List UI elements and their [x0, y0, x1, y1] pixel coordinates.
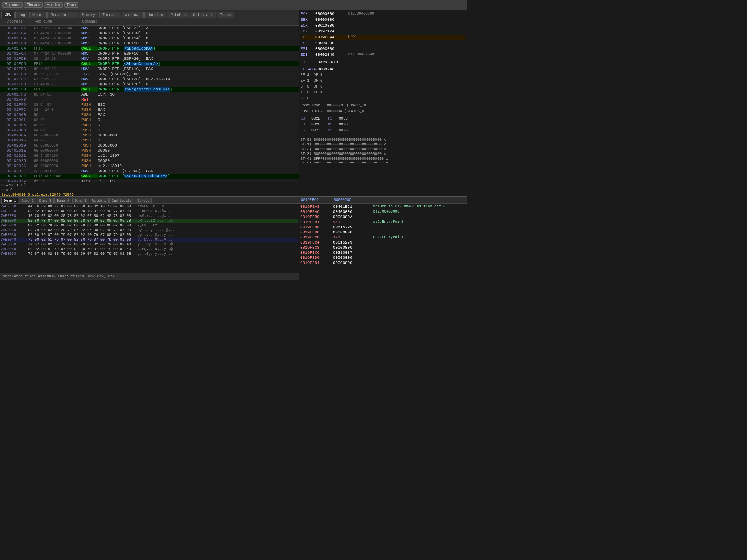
disasm-header: Address Hex dump Command [0, 18, 299, 26]
disasm-row[interactable]: 0040200056PUSHEAX [0, 112, 299, 117]
disasm-address: 00401FB4 [7, 31, 34, 35]
dump-tab-2[interactable]: Dump 2 [19, 198, 36, 203]
disasm-bytes: FF15 [34, 62, 81, 66]
disasm-operands: DWORD PTR [ESP+18], 0 [98, 41, 298, 46]
disasm-row[interactable]: 00402034FF15 C8714000CALLDWORD PTR [<&Cr… [0, 174, 299, 179]
disasm-row[interactable]: 0040201E68 00000000PUSH00000 [0, 148, 299, 153]
tab-windows[interactable]: Windows [122, 12, 144, 18]
disasm-address: 00402021 [7, 153, 34, 158]
disasm-row[interactable]: 0040202568 00000000PUSH00000 [0, 158, 299, 163]
disasm-row[interactable]: 00401FE08B 44 24 24LEAEAX, [ESP+20], 6D [0, 71, 299, 77]
dump-tab-1[interactable]: Dump 1 [1, 198, 18, 203]
tab-log[interactable]: Log [15, 12, 28, 18]
disasm-row[interactable]: 00401FDC89 4424 1CMOVDWORD PTR [ESP+1C],… [0, 66, 299, 71]
disasm-row[interactable]: 00401FAXC7 4424 DC 0300000MOVDWORD PTR [… [0, 26, 299, 31]
reg-ebp: EBP 0019FEA4 L'O' [301, 35, 465, 40]
dump-row: 7AE2FD0 A4 E6 89 80 77 07 00 02 50 A0 02… [1, 205, 298, 209]
disasm-row[interactable]: 00401FB4C7 4424 E0 000000MOVDWORD PTR [E… [0, 31, 299, 36]
tab-trace[interactable]: Trace [217, 12, 234, 18]
reg-flags-1: PF 1 AF 0 [301, 73, 465, 78]
tab-patches[interactable]: Patches [167, 12, 189, 18]
dump-tab-watch[interactable]: Watch 1 [90, 198, 109, 203]
dump-tab-4[interactable]: Dump 4 [54, 198, 71, 203]
disasm-row[interactable]: 00401FFC88 4424 04PUSHEAX [0, 107, 299, 112]
disasm-row[interactable]: 0040201968 00000080PUSH80000000 [0, 143, 299, 148]
disasm-row[interactable]: 00401FF683 C4 30ADDESP, 30 [0, 92, 299, 97]
tab-threads[interactable]: Threads [99, 12, 121, 18]
disasm-row[interactable]: 004020056A 00PUSH0 [0, 122, 299, 128]
reg-lasterror: LastError 00000578 (ERROR_IN [301, 104, 465, 109]
addr-row: 0019FEB8 00615299 [300, 225, 466, 230]
disasm-bytes: 68 00000080 [34, 144, 81, 148]
disasm-bytes: 83 C4 30 [34, 93, 81, 97]
disasm-row[interactable]: 00401FF983 C4 04PUSHESI [0, 102, 299, 107]
disasm-row[interactable]: 00401FE8C7 4424 2C MOVDWORD PTR [ESP+2C]… [0, 82, 299, 87]
toolbar-btn-registers[interactable]: Registers [2, 2, 23, 8]
disasm-operands: ESI, ESI [98, 179, 298, 182]
disasm-row[interactable]: 00401FD6FF15 CALLDWORD PTR [<&LoadCursor… [0, 61, 299, 66]
disasm-row[interactable]: 00401FE4C7 4424 28 MOVDWORD PTR [ESP+28]… [0, 77, 299, 82]
disasm-row[interactable]: 004020086A 00PUSH0 [0, 128, 299, 133]
tab-memory[interactable]: Memory [79, 12, 98, 18]
addr-content[interactable]: 0019FEA8 00401E61 return to cs2.00401E61… [299, 204, 467, 280]
disasm-content[interactable]: 00401FAXC7 4424 DC 0300000MOVDWORD PTR [… [0, 26, 299, 182]
disasm-operands: DWORD PTR [ESP+2C], 0 [98, 82, 298, 86]
disasm-address: 00401FDC [7, 67, 34, 71]
toolbar-btn-handles[interactable]: Handles [44, 2, 63, 8]
disasm-row[interactable]: 0040200A68 00000000PUSH80000000 [0, 133, 299, 138]
disasm-bytes: 6A 00 [34, 118, 81, 122]
tab-callstack[interactable]: Callstack [190, 12, 216, 18]
console-line-1: es=20C L'O' [1, 183, 297, 187]
disasm-mnemonic: PUSH [81, 108, 98, 112]
disasm-bytes: 89 4424 1C [34, 67, 81, 71]
disasm-row[interactable]: 00401FC4FF15 CALLDWORD PTR [<&LoadIconA>… [0, 46, 299, 51]
disasm-row[interactable]: 0040203A85 F6TESTESI, ESI [0, 179, 299, 182]
tab-handles[interactable]: Handles [144, 12, 166, 18]
toolbar-btn-trace[interactable]: Trace [64, 2, 78, 8]
disasm-bytes: FF15 [34, 88, 81, 92]
dump-row: 7AE3070 79 07 00 02 30 79 07 00 79 07 02… [1, 252, 298, 257]
disasm-address: 00401FFC [7, 108, 34, 112]
disasm-address: 00402025 [7, 159, 34, 163]
disasm-row[interactable]: 004020156A 00PUSH0 [0, 138, 299, 143]
disasm-operands: 00000 [98, 148, 298, 153]
disasm-row[interactable]: 0040202168 74394100PUSHcs2.413974 [0, 153, 299, 158]
disasm-address: 00402001 [7, 118, 34, 122]
disasm-bytes: C7 4424 DC 0300000 [34, 26, 81, 30]
disasm-row[interactable]: 0040202A68 80000000PUSHcs2.413910 [0, 163, 299, 168]
dump-content[interactable]: 7AE2FD0 A4 E6 89 80 77 07 00 02 50 A0 02… [0, 204, 299, 273]
disasm-row[interactable]: 00401FF8RET [0, 97, 299, 102]
right-panel: EAX 00000000 cs2.00400000 EBX 00400000 E… [299, 10, 467, 196]
disasm-row[interactable]: 00401FCAC7 4424 1C 000000MOVDWORD PTR [E… [0, 51, 299, 56]
tab-notes[interactable]: Notes [29, 12, 47, 18]
tab-breakpoints[interactable]: Breakpoints [47, 12, 78, 18]
disasm-address: 0040203A [7, 179, 34, 182]
disasm-mnemonic: MOV [81, 41, 98, 46]
dump-tab-3[interactable]: Dump 3 [37, 198, 54, 203]
dump-tab-5[interactable]: Dump 5 [72, 198, 89, 203]
disasm-bytes: 68 74394100 [34, 154, 81, 158]
disasm-mnemonic: PUSH [81, 159, 98, 163]
disasm-row[interactable]: 00401FBAC7 4424 E4 000000MOVDWORD PTR [E… [0, 36, 299, 41]
disasm-bytes: 68 00000000 [34, 133, 81, 137]
disasm-operands: 00000 [98, 159, 298, 163]
disasm-mnemonic: CALL [81, 174, 98, 178]
disasm-row[interactable]: 004020016A 00PUSH0 [0, 117, 299, 122]
dump-row: 7AE3010 02 82 80 78 07 00 02 80 78 07 00… [1, 223, 298, 228]
disasm-bytes: C7 4424 E0 000000 [34, 31, 81, 35]
disasm-operands: DWORD PTR [ESP-24], 3 [98, 26, 298, 30]
disasm-row[interactable]: 0040202FA3 8394100MOVDWORD PTR [413908],… [0, 168, 299, 174]
disasm-operands: 0 [98, 128, 298, 132]
disasm-row[interactable]: 00401FF0FF15 CALLDWORD PTR [<&RegisterCl… [0, 87, 299, 92]
toolbar-btn-threads[interactable]: Threads [24, 2, 43, 8]
dump-tab-locals[interactable]: 2nd Locals [109, 198, 134, 203]
disasm-bytes: 68 80000000 [34, 164, 81, 168]
tab-cpu[interactable]: CPU [1, 12, 15, 18]
disasm-row[interactable]: 00401FD089 4424 20MOVDWORD PTR [ESP+20],… [0, 56, 299, 61]
reg-es-ds: ES 002B DS 002B [301, 122, 465, 128]
reg-esp: ESP 0000020C [301, 41, 465, 46]
disasm-row[interactable]: 00401FC0C7 4424 E8 000000MOVDWORD PTR [E… [0, 41, 299, 46]
disasm-operands: DWORD PTR [<&LoadCursorA>] [98, 62, 298, 66]
disasm-bytes: C7 4424 1C 000000 [34, 52, 81, 56]
dump-tab-struct[interactable]: Struct [135, 198, 152, 203]
